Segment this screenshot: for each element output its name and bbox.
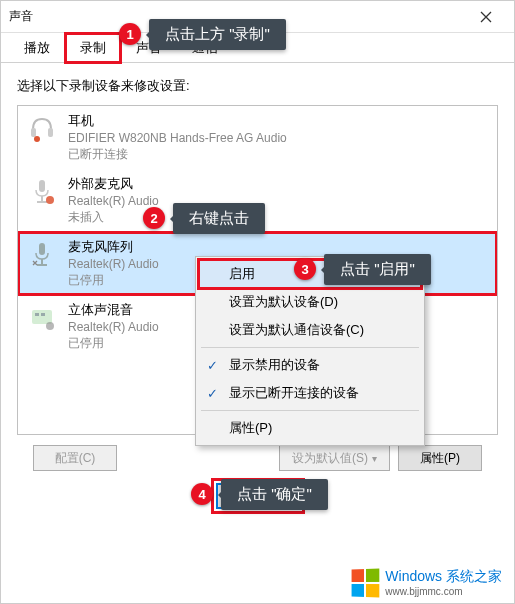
brand-text: Windows 系统之家: [385, 568, 502, 586]
set-default-label: 设为默认值(S): [292, 450, 368, 467]
svg-rect-5: [37, 201, 47, 203]
svg-rect-7: [39, 243, 45, 255]
svg-rect-11: [35, 313, 39, 316]
svg-rect-10: [32, 310, 52, 324]
svg-rect-9: [37, 264, 47, 266]
watermark: Windows 系统之家 www.bjjmmc.com: [347, 566, 506, 599]
annotation-badge-4: 4: [191, 483, 213, 505]
menu-set-default-comm[interactable]: 设置为默认通信设备(C): [199, 316, 421, 344]
configure-button[interactable]: 配置(C): [33, 445, 117, 471]
annotation-bubble-4: 点击 "确定": [221, 479, 328, 510]
device-sub: Realtek(R) Audio: [68, 194, 159, 208]
menu-set-default[interactable]: 设置为默认设备(D): [199, 288, 421, 316]
menu-label: 显示禁用的设备: [229, 357, 320, 372]
annotation-badge-1: 1: [119, 23, 141, 45]
microphone-icon: [26, 175, 58, 207]
device-name: 耳机: [68, 112, 287, 130]
device-status: 已断开连接: [68, 146, 287, 163]
menu-separator: [201, 347, 419, 348]
brand-sub: www.bjjmmc.com: [385, 586, 502, 597]
annotation-bubble-1: 点击上方 "录制": [149, 19, 286, 50]
device-name: 外部麦克风: [68, 175, 159, 193]
check-icon: ✓: [207, 358, 218, 373]
svg-point-2: [34, 136, 40, 142]
close-button[interactable]: [466, 2, 506, 32]
device-name: 麦克风阵列: [68, 238, 159, 256]
device-item-headset[interactable]: 耳机 EDIFIER W820NB Hands-Free AG Audio 已断…: [18, 106, 497, 169]
menu-properties[interactable]: 属性(P): [199, 414, 421, 442]
device-sub: EDIFIER W820NB Hands-Free AG Audio: [68, 131, 287, 145]
device-sub: Realtek(R) Audio: [68, 257, 159, 271]
menu-label: 显示已断开连接的设备: [229, 385, 359, 400]
svg-rect-12: [41, 313, 45, 316]
device-name: 立体声混音: [68, 301, 159, 319]
annotation-badge-3: 3: [294, 258, 316, 280]
microphone-icon: [26, 238, 58, 270]
headset-icon: [26, 112, 58, 144]
windows-logo-icon: [352, 568, 380, 597]
svg-rect-4: [41, 196, 43, 201]
instruction-text: 选择以下录制设备来修改设置:: [17, 77, 498, 95]
device-sub: Realtek(R) Audio: [68, 320, 159, 334]
close-icon: [480, 11, 492, 23]
svg-rect-0: [31, 128, 36, 137]
svg-rect-1: [48, 128, 53, 137]
svg-rect-3: [39, 180, 45, 192]
annotation-bubble-3: 点击 "启用": [324, 254, 431, 285]
check-icon: ✓: [207, 386, 218, 401]
device-status: 已停用: [68, 335, 159, 352]
svg-point-6: [46, 196, 54, 204]
menu-show-disconnected[interactable]: ✓ 显示已断开连接的设备: [199, 379, 421, 407]
menu-show-disabled[interactable]: ✓ 显示禁用的设备: [199, 351, 421, 379]
annotation-bubble-2: 右键点击: [173, 203, 265, 234]
annotation-badge-2: 2: [143, 207, 165, 229]
svg-rect-8: [41, 259, 43, 264]
tab-playback[interactable]: 播放: [9, 33, 65, 63]
properties-button[interactable]: 属性(P): [398, 445, 482, 471]
tab-recording[interactable]: 录制: [65, 33, 121, 63]
set-default-button[interactable]: 设为默认值(S) ▾: [279, 445, 390, 471]
chevron-down-icon: ▾: [372, 453, 377, 464]
soundcard-icon: [26, 301, 58, 333]
sound-dialog: 声音 播放 录制 声音 通信 选择以下录制设备来修改设置: 耳机 EDIFIER…: [0, 0, 515, 604]
device-status: 已停用: [68, 272, 159, 289]
menu-separator: [201, 410, 419, 411]
